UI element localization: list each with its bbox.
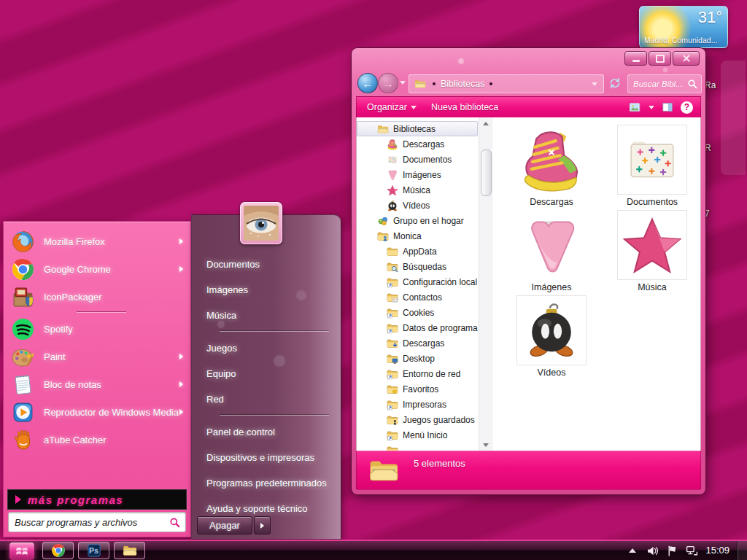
forward-button[interactable]: → [378,73,398,93]
start-menu-place[interactable]: Juegos [192,335,341,361]
search-icon[interactable] [687,79,697,89]
firefox-icon [11,230,35,254]
start-menu-place[interactable]: Panel de control [192,419,341,445]
tree-item-label: Grupo en el hogar [393,216,464,226]
views-icon[interactable] [628,102,641,113]
start-menu-place[interactable]: Imágenes [192,277,341,303]
library-item[interactable]: Vídeos [504,295,599,381]
weather-gadget[interactable]: 31° Madrid, Comunidad... [639,6,728,48]
explorer-search[interactable] [627,74,702,93]
tree-item[interactable]: Descargas [357,136,478,152]
library-item[interactable]: Documentos [605,125,700,210]
maximize-button[interactable] [649,51,671,66]
start-menu-program[interactable]: Mozilla Firefox [4,228,190,255]
tree-item[interactable]: Datos de programa [357,320,478,335]
start-search-box[interactable] [8,512,186,532]
command-bar: Organizar Nueva biblioteca ? [356,96,701,117]
start-menu-program[interactable]: Bloc de notas [4,370,190,398]
tree-item[interactable]: Cookies [357,305,478,320]
minimize-button[interactable] [624,51,647,66]
tree-item[interactable]: Búsquedas [357,259,478,274]
tree-item[interactable]: Imágenes [357,167,478,182]
paint-icon [11,345,35,369]
shutdown-button[interactable]: Apagar [197,516,252,534]
address-dropdown-chevron-icon[interactable] [592,82,597,86]
start-menu-place[interactable]: Música [192,303,341,328]
preview-pane-icon[interactable] [662,102,673,112]
start-menu-place[interactable]: Red [192,386,341,412]
help-button[interactable]: ? [681,101,693,114]
tree-item[interactable]: Monica [357,228,478,244]
close-button[interactable] [673,51,700,66]
start-menu-program[interactable]: Spotify [4,315,190,343]
volume-icon[interactable] [646,545,659,557]
library-item[interactable]: Imágenes [504,210,599,295]
start-menu-place[interactable]: Dispositivos e impresoras [192,445,341,470]
folder-shortcut-icon [387,322,398,334]
start-menu-program[interactable]: Reproductor de Windows Media [4,398,190,426]
start-button[interactable] [9,542,35,560]
start-menu-place[interactable]: Equipo [192,361,341,386]
tree-item[interactable]: Juegos guardados [357,412,478,427]
network-icon[interactable] [686,545,698,557]
tree-item[interactable]: Impresoras [357,397,478,412]
start-menu-place[interactable]: Programas predeterminados [192,470,341,496]
tree-item[interactable]: Documentos [357,152,478,167]
shutdown-options-button[interactable] [254,516,271,534]
tree-item[interactable]: Descargas [357,335,478,351]
tree-item[interactable]: Grupo en el hogar [357,213,478,228]
folder-shortcut-icon [387,368,398,380]
start-menu-program[interactable]: Google Chrome [4,255,190,283]
tree-item[interactable] [357,443,478,451]
tree-item[interactable]: Vídeos [357,198,478,213]
explorer-search-input[interactable] [628,79,687,88]
tree-item[interactable]: Entorno de red [357,366,478,381]
tree-item[interactable]: Menú Inicio [357,427,478,443]
taskbar-app-button[interactable]: Ps [78,542,109,559]
scroll-up-button[interactable] [479,117,492,129]
start-menu-program[interactable]: Paint [4,343,190,370]
close-icon [682,54,691,63]
start-menu-program[interactable]: IconPackager [4,283,190,311]
scrollbar-thumb[interactable] [481,149,492,196]
scroll-down-button[interactable] [479,439,492,451]
start-menu-program[interactable]: aTube Catcher [4,426,190,454]
library-item[interactable]: Descargas [504,125,599,210]
tree-item[interactable]: AppData [357,244,478,259]
tree-item[interactable]: Desktop [357,351,478,366]
refresh-icon[interactable] [608,77,622,90]
show-desktop-button[interactable] [737,541,747,560]
new-library-button[interactable]: Nueva biblioteca [424,97,506,117]
tree-item[interactable]: Contactos [357,289,478,305]
tree-scrollbar[interactable] [479,117,492,451]
start-menu-place[interactable]: Documentos [192,252,341,277]
organize-menu[interactable]: Organizar [360,97,424,117]
tree-item[interactable]: Música [357,182,478,198]
taskbar-app-button[interactable] [42,542,74,559]
taskbar-app-button[interactable] [114,542,145,559]
tree-item-label: Impresoras [403,400,446,410]
all-programs-button[interactable]: más programas [7,489,187,510]
library-item[interactable]: Música [605,210,700,295]
user-avatar[interactable] [240,202,282,244]
tree-item[interactable]: Configuración local [357,274,478,289]
search-icon[interactable] [169,517,180,528]
breadcrumb-location[interactable]: Bibliotecas [441,79,484,89]
tree-item-label: Contactos [403,292,442,303]
submenu-arrow-icon [179,409,183,415]
tree-item[interactable]: Bibliotecas [357,121,478,136]
back-button[interactable]: ← [357,73,378,93]
tree-item[interactable]: Favoritos [357,381,478,397]
recent-pages-chevron-icon[interactable] [400,81,406,85]
action-center-flag-icon[interactable] [666,545,678,557]
breadcrumb[interactable]: Bibliotecas [409,74,604,93]
library-item-label: Vídeos [538,368,566,378]
window-titlebar[interactable] [352,48,705,70]
views-chevron-icon[interactable] [649,106,654,109]
desktop-icon-label[interactable]: R [705,143,711,153]
start-search-input[interactable] [9,516,169,529]
desktop-icon-label[interactable]: Ra [705,80,716,90]
desktop-icon-label[interactable]: 7 [705,209,710,219]
show-hidden-icons-button[interactable] [629,548,636,553]
taskbar-clock[interactable]: 15:09 [705,541,729,560]
